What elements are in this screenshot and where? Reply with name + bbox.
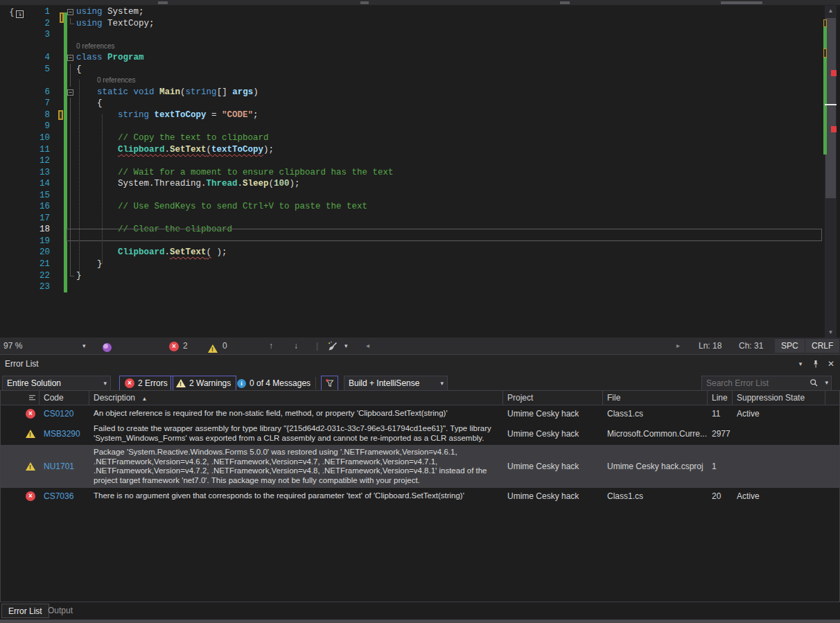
error-count-icon[interactable]: × <box>169 341 179 351</box>
code-line-5[interactable]: 5{ <box>0 64 822 76</box>
collapse-minus-icon[interactable]: − <box>67 89 73 96</box>
code-token <box>76 202 118 211</box>
column-header-file[interactable]: File <box>603 391 708 405</box>
filter-button[interactable] <box>321 376 338 391</box>
search-box[interactable]: ▾ <box>701 376 832 391</box>
code-line-3[interactable]: 3 <box>0 29 822 41</box>
hscroll-right-arrow-icon[interactable]: ▸ <box>676 337 680 354</box>
error-row-NU1701[interactable]: !NU1701Package 'System.Reactive.Windows.… <box>1 445 839 488</box>
code-line-14[interactable]: 14 System.Threading.Thread.Sleep(100); <box>0 178 822 190</box>
window-bottom-strip <box>0 620 840 623</box>
code-token <box>76 133 118 143</box>
code-token: . <box>165 145 170 155</box>
error-row-CS0120[interactable]: ×CS0120An object reference is required f… <box>1 405 839 422</box>
warning-count[interactable]: 0 <box>222 337 227 354</box>
collapse-minus-icon[interactable]: − <box>67 55 73 61</box>
panel-tab-strip: Error List Output <box>0 602 840 620</box>
nav-fragment <box>360 1 369 4</box>
error-code-link[interactable]: CS0120 <box>40 409 89 419</box>
code-line-23[interactable]: 23 <box>0 281 822 293</box>
scroll-down-arrow-icon[interactable]: ▼ <box>825 329 837 335</box>
search-input[interactable] <box>702 376 805 390</box>
codelens-row[interactable]: 0 references <box>0 75 822 87</box>
code-line-20[interactable]: 20 Clipboard.SetText( ); <box>0 247 822 258</box>
error-row-MSB3290[interactable]: !MSB3290Failed to create the wrapper ass… <box>1 422 839 445</box>
code-token: "CODE" <box>222 110 253 120</box>
severity-column-header[interactable] <box>1 391 40 405</box>
scope-filter-dropdown[interactable]: Entire Solution ▾ <box>2 376 111 391</box>
warning-count-icon[interactable]: ! <box>208 342 218 350</box>
column-header-code[interactable]: Code <box>40 391 89 405</box>
column-header-line[interactable]: Line <box>708 391 733 405</box>
code-line-2[interactable]: 2using TextCopy; <box>0 18 822 30</box>
next-issue-arrow-icon[interactable]: ↓ <box>294 337 298 354</box>
code-line-4[interactable]: 4−class Program <box>0 52 822 64</box>
code-line-1[interactable]: 1−using System; <box>0 6 822 18</box>
tab-output[interactable]: Output <box>42 604 79 618</box>
error-code-link[interactable]: CS7036 <box>40 491 89 501</box>
panel-title-bar[interactable]: Error List ▾ ✕ <box>0 356 840 373</box>
code-line-16[interactable]: 16 // Use SendKeys to send Ctrl+V to pas… <box>0 201 822 213</box>
collapse-minus-icon[interactable]: − <box>67 9 73 15</box>
fold-collapse-button[interactable]: − <box>67 52 76 64</box>
code-line-15[interactable]: 15 <box>0 190 822 202</box>
codelens-row[interactable]: 0 references <box>0 41 822 53</box>
code-line-6[interactable]: 6− static void Main(string[] args) <box>0 87 822 98</box>
cursor-column-indicator[interactable]: Ch: 31 <box>739 337 763 354</box>
source-filter-dropdown[interactable]: Build + IntelliSense ▾ <box>344 376 448 391</box>
code-editor[interactable]: {↴ 1−using System;2using TextCopy;30 ref… <box>0 6 840 337</box>
prev-issue-arrow-icon[interactable]: ↑ <box>269 337 273 354</box>
code-line-9[interactable]: 9 <box>0 121 822 132</box>
codelens-references[interactable]: 0 references <box>97 76 136 84</box>
fold-guide <box>67 121 76 132</box>
error-count[interactable]: 2 <box>183 337 188 354</box>
search-icon[interactable] <box>810 378 819 387</box>
code-line-7[interactable]: 7 { <box>0 98 822 109</box>
search-options-caret-icon[interactable]: ▾ <box>825 379 828 386</box>
code-line-13[interactable]: 13 // Wait for a moment to ensure clipbo… <box>0 167 822 179</box>
column-header-suppression[interactable]: Suppression State <box>733 391 825 405</box>
hscroll-left-arrow-icon[interactable]: ◂ <box>366 337 369 354</box>
scroll-up-arrow-icon[interactable]: ▲ <box>825 8 837 14</box>
code-line-12[interactable]: 12 <box>0 155 822 167</box>
indentation-mode[interactable]: SPC <box>775 337 805 354</box>
messages-filter-button[interactable]: i 0 of 4 Messages <box>237 376 310 391</box>
error-code-link[interactable]: MSB3290 <box>40 429 89 439</box>
code-line-8[interactable]: 8 string textToCopy = "CODE"; <box>0 109 822 121</box>
error-project: Umime Cesky hack <box>503 429 603 439</box>
warnings-filter-button[interactable]: ! 2 Warnings <box>170 376 236 391</box>
column-header-project[interactable]: Project <box>503 391 603 405</box>
code-line-17[interactable]: 17 <box>0 213 822 225</box>
code-line-11[interactable]: 11 Clipboard.SetText(textToCopy); <box>0 144 822 156</box>
document-health-icon[interactable] <box>103 341 112 351</box>
code-line-21[interactable]: 21 } <box>0 258 822 270</box>
fold-collapse-button[interactable]: − <box>67 6 76 18</box>
error-row-CS7036[interactable]: ×CS7036There is no argument given that c… <box>1 488 839 504</box>
code-cleanup-caret-icon[interactable]: ▾ <box>344 337 348 354</box>
code-line-22[interactable]: 22} <box>0 270 822 282</box>
column-header-description[interactable]: Description ▲ <box>89 391 503 405</box>
warnings-filter-label: 2 Warnings <box>189 376 231 390</box>
fold-line <box>70 98 71 109</box>
errors-filter-button[interactable]: × 2 Errors <box>119 376 173 391</box>
line-ending-mode[interactable]: CRLF <box>805 337 839 354</box>
cursor-line-indicator[interactable]: Ln: 18 <box>699 337 721 354</box>
code-token <box>128 87 134 97</box>
code-token: ( <box>207 247 212 257</box>
code-line-10[interactable]: 10 // Copy the text to clipboard <box>0 132 822 144</box>
pin-icon[interactable] <box>810 358 822 369</box>
code-token: void <box>134 87 155 97</box>
close-icon[interactable]: ✕ <box>825 358 837 369</box>
code-token: TextCopy; <box>103 19 155 28</box>
codelens-references[interactable]: 0 references <box>76 42 115 50</box>
window-position-caret-icon[interactable]: ▾ <box>794 358 807 369</box>
zoom-level-combo[interactable]: 97 % <box>3 337 22 354</box>
code-text: using TextCopy; <box>76 18 822 30</box>
zoom-dropdown-caret-icon[interactable]: ▾ <box>82 337 86 354</box>
line-number: 1 <box>0 6 50 18</box>
error-project: Umime Cesky hack <box>503 491 603 501</box>
error-code-link[interactable]: NU1701 <box>40 462 89 471</box>
code-token: SetText <box>170 247 207 257</box>
fold-collapse-button[interactable]: − <box>67 87 76 98</box>
scrollbar-thumb[interactable] <box>825 18 836 198</box>
